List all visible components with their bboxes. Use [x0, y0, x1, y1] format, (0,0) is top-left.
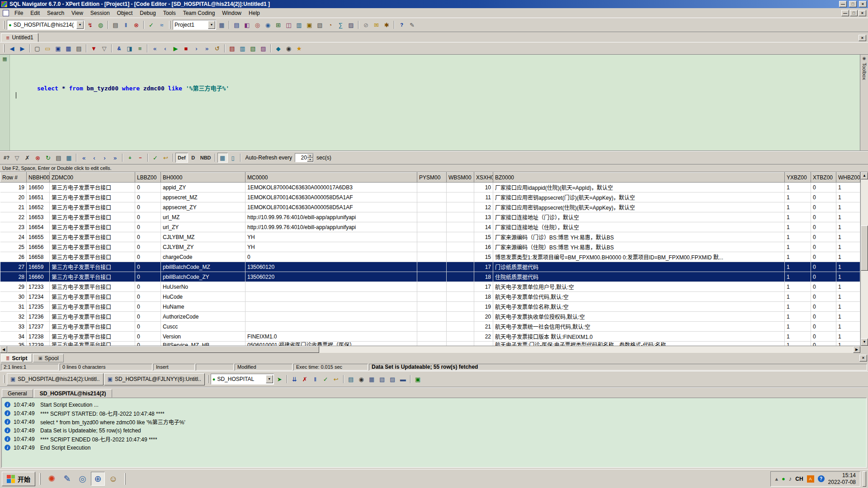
cell-mc0000[interactable]: 135060120 — [245, 262, 417, 272]
history-icon[interactable]: ↺ — [212, 43, 222, 53]
cell-whbz00[interactable]: 1 — [836, 183, 860, 192]
cell-lbbz00[interactable]: 0 — [135, 232, 161, 242]
cell-row-number[interactable]: 34 — [0, 332, 27, 342]
cell-nbbh00[interactable]: 17233 — [27, 282, 50, 292]
cell-row-number[interactable]: 31 — [0, 302, 27, 312]
cell-xtbz00[interactable]: 0 — [811, 242, 836, 252]
cell-lbbz00[interactable]: 0 — [135, 202, 161, 212]
cell-bh0000[interactable]: HuUserNo — [161, 282, 245, 292]
pause-execution-icon[interactable]: ‖ — [121, 20, 131, 30]
table-row[interactable]: 33 17237 第三方电子发票平台接口 0 Cuscc 21 航天电子发票统一… — [0, 322, 860, 332]
halt-execution-icon[interactable]: ⊗ — [131, 20, 142, 30]
scroll-down-icon[interactable]: ▼ — [861, 338, 868, 346]
grid-menu-icon[interactable]: #? — [1, 153, 12, 163]
cell-pysm00[interactable] — [417, 282, 447, 292]
cell-xtbz00[interactable]: 0 — [811, 332, 836, 342]
statistics-icon[interactable]: ▨ — [258, 43, 269, 53]
cell-whbz00[interactable]: 1 — [836, 202, 860, 212]
cell-row-number[interactable]: 28 — [0, 272, 27, 282]
cell-zdmc00[interactable]: 第三方电子发票平台接口 — [50, 183, 135, 192]
cell-lbbz00[interactable]: 0 — [135, 322, 161, 332]
db-explorer-icon[interactable]: ⊞ — [273, 20, 283, 30]
table-row[interactable]: 26 16658 第三方电子发票平台接口 0 chargeCode 0 15 博… — [0, 252, 860, 262]
cell-zdmc00[interactable]: 第三方电子发票平台接口 — [50, 192, 135, 202]
cell-yxbz00[interactable]: 1 — [785, 282, 811, 292]
save-all-icon[interactable]: ▦ — [63, 43, 74, 53]
cell-wbsm00[interactable] — [447, 212, 474, 222]
cell-nbbh00[interactable]: 16656 — [27, 242, 50, 252]
cell-bz0000[interactable]: 航天电子发票单位名称,默认:空 — [493, 302, 785, 312]
cell-xsxh00[interactable]: 12 — [474, 202, 493, 212]
find-icon[interactable]: ◉ — [283, 43, 294, 53]
open-file-icon[interactable]: ▭ — [42, 43, 53, 53]
cell-row-number[interactable]: 30 — [0, 292, 27, 302]
tab-general[interactable]: General — [2, 389, 33, 398]
refresh-grid-icon[interactable]: ↻ — [43, 153, 53, 163]
cell-bz0000[interactable]: 厂家接口应用密钥appsecret(门诊)(航天=AppKey)，默认空 — [493, 192, 785, 202]
explain-plan-icon[interactable]: ▧ — [248, 43, 258, 53]
cell-bh0000[interactable]: appsecret_MZ — [161, 192, 245, 202]
log-line[interactable]: i 10:47:49 select * from bm_tyzd00 where… — [5, 418, 863, 426]
profiler-icon[interactable]: ∑ — [335, 20, 346, 30]
cell-row-number[interactable]: 27 — [0, 262, 27, 272]
minimize-button[interactable]: — — [839, 1, 847, 7]
cell-wbsm00[interactable] — [447, 332, 474, 342]
spin-down-icon[interactable]: ▾ — [307, 158, 313, 162]
cell-whbz00[interactable]: 1 — [836, 192, 860, 202]
cell-mc0000[interactable]: 0 — [245, 252, 417, 262]
cell-bh0000[interactable]: url_MZ — [161, 212, 245, 222]
cell-yxbz00[interactable]: 1 — [785, 202, 811, 212]
cell-whbz00[interactable]: 1 — [836, 232, 860, 242]
cell-zdmc00[interactable]: 第三方电子发票平台接口 — [50, 302, 135, 312]
tray-status-icon[interactable]: ● — [782, 475, 785, 482]
pushpin-icon[interactable]: ◉ — [863, 56, 866, 61]
tile-windows-icon[interactable]: ▧ — [377, 374, 387, 384]
cell-zdmc00[interactable]: 第三方电子发票平台接口 — [50, 272, 135, 282]
tip-icon[interactable]: ★ — [294, 43, 304, 53]
mdi-minimize-button[interactable]: — — [841, 10, 849, 16]
refresh-interval-input[interactable] — [295, 154, 307, 161]
cell-nbbh00[interactable]: 17234 — [27, 292, 50, 302]
prior-record-icon[interactable]: ‹ — [89, 153, 99, 163]
filter-icon[interactable]: ▼ — [89, 43, 99, 53]
cell-bh0000[interactable]: HuName — [161, 302, 245, 312]
cell-whbz00[interactable]: 1 — [836, 222, 860, 232]
menu-item[interactable]: Help — [245, 9, 264, 18]
table-row[interactable]: 30 17234 第三方电子发票平台接口 0 HuCode 18 航天电子发票单… — [0, 292, 860, 302]
revert-edit-icon[interactable]: ↩ — [160, 153, 171, 163]
maximize-button[interactable]: □ — [849, 1, 857, 7]
cell-lbbz00[interactable]: 0 — [135, 272, 161, 282]
cell-yxbz00[interactable]: 1 — [785, 262, 811, 272]
log-line[interactable]: i 10:47:49 Data Set is Updateable; 55 ro… — [5, 426, 863, 435]
sql-navigator-launcher-icon[interactable]: ✺ — [45, 472, 59, 486]
cell-mc0000[interactable]: 135060220 — [245, 272, 417, 282]
cell-yxbz00[interactable]: 1 — [785, 302, 811, 312]
taskbar-clock[interactable]: 15:14 2022-07-08 — [828, 472, 856, 486]
cell-mc0000[interactable]: FINEIXM1.0 — [245, 332, 417, 342]
column-header[interactable]: YXBZ00 — [785, 173, 811, 183]
cell-bh0000[interactable]: appsecret_ZY — [161, 202, 245, 212]
cell-lbbz00[interactable]: 0 — [135, 192, 161, 202]
scroll-up-icon[interactable]: ▲ — [861, 172, 868, 179]
substitution-toggle-icon[interactable]: & — [114, 43, 124, 53]
cell-row-number[interactable]: 20 — [0, 192, 27, 202]
cell-zdmc00[interactable]: 第三方电子发票平台接口 — [50, 312, 135, 322]
column-header[interactable]: Row # — [0, 173, 27, 183]
cell-bz0000[interactable]: 航天电子发票单位用户号,默认:空 — [493, 282, 785, 292]
cell-wbsm00[interactable] — [447, 292, 474, 302]
cell-bz0000[interactable]: 厂家来源编码（住院）BS:博思 YH:易惠，默认BS — [493, 242, 785, 252]
cell-nbbh00[interactable]: 16653 — [27, 212, 50, 222]
grid-filter-icon[interactable]: ▽ — [12, 153, 22, 163]
spin-up-icon[interactable]: ▴ — [307, 154, 313, 158]
cell-zdmc00[interactable]: 第三方电子发票平台接口 — [50, 282, 135, 292]
spool-output-icon[interactable]: ▣ — [413, 374, 423, 384]
minimize-windows-icon[interactable]: ▬ — [398, 374, 408, 384]
cell-nbbh00[interactable]: 16658 — [27, 252, 50, 262]
sql-modeler-icon[interactable]: ◫ — [283, 20, 294, 30]
sql-text-area[interactable]: select * from bm_tyzd00 where zdmc00 lik… — [10, 55, 860, 150]
cell-yxbz00[interactable]: 1 — [785, 183, 811, 192]
visual-object-editor-icon[interactable]: ◧ — [242, 20, 252, 30]
new-script-icon[interactable]: ▢ — [32, 43, 42, 53]
cell-nbbh00[interactable]: 16650 — [27, 183, 50, 192]
output-window-icon[interactable]: ▣ — [304, 20, 315, 30]
